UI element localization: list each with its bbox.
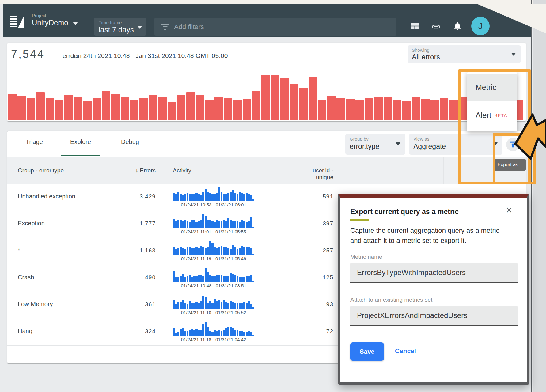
errors-histogram	[8, 70, 523, 120]
histogram-bar	[205, 100, 214, 120]
sparkline-bar	[248, 247, 250, 255]
backtrace-logo[interactable]	[9, 15, 25, 29]
tab-explore[interactable]: Explore	[61, 138, 100, 145]
cancel-button[interactable]: Cancel	[395, 347, 416, 355]
col-header-errors[interactable]: ↓ Errors	[118, 167, 156, 174]
sparkline-bar	[184, 331, 186, 336]
sparkline-bar	[241, 246, 243, 255]
sparkline-bar	[180, 302, 181, 309]
timeframe-selector[interactable]: Time frame last 7 days	[94, 18, 146, 36]
sparkline-bar	[200, 246, 202, 255]
errors-cell: 324	[118, 328, 156, 335]
errors-cell: 1,163	[118, 247, 156, 254]
histogram-bar	[36, 92, 45, 120]
sparkline-bar	[195, 222, 197, 228]
histogram-bar	[130, 100, 138, 120]
sparkline-bar	[193, 303, 195, 309]
sparkline-bar	[248, 331, 250, 336]
save-button[interactable]: Save	[350, 342, 384, 361]
histogram-bar	[355, 100, 364, 120]
sparkline-bar	[223, 300, 225, 309]
sparkline-bar	[227, 218, 229, 228]
col-header-activity[interactable]: Activity	[173, 167, 191, 174]
sparkline-bar	[223, 194, 225, 201]
view-as-selector[interactable]: View as Aggregate	[409, 134, 502, 155]
sparkline-bar	[205, 297, 207, 309]
sparkline-bar	[200, 301, 202, 309]
sparkline-bar	[175, 249, 177, 255]
sparkline-bar	[221, 246, 222, 255]
filters-bar[interactable]	[154, 18, 396, 36]
tab-debug[interactable]: Debug	[111, 138, 149, 145]
sparkline-bar	[184, 194, 186, 201]
sparkline-bar	[200, 330, 202, 336]
sparkline-bar	[239, 303, 241, 309]
histogram-bar	[449, 100, 458, 120]
sparkline-bar	[223, 330, 225, 336]
filters-input[interactable]	[173, 18, 389, 36]
activity-sparkline	[173, 268, 254, 282]
sparkline-bar	[252, 335, 254, 336]
histogram-bar	[261, 75, 270, 120]
sparkline-bar	[182, 248, 184, 255]
sparkline-bar	[209, 301, 211, 309]
sparkline-bar	[189, 194, 191, 201]
users-cell: 93	[295, 301, 333, 308]
sparkline-bar	[193, 330, 195, 336]
top-navbar: Project UnityDemo Time frame last 7 days	[3, 4, 531, 37]
sparkline-bar	[202, 192, 204, 201]
link-icon[interactable]	[431, 22, 441, 31]
sparkline-bar	[237, 194, 238, 201]
sparkline-bar	[187, 221, 188, 228]
avatar[interactable]: J	[471, 17, 490, 35]
project-selector[interactable]: UnityDemo	[32, 18, 68, 27]
col-header-group[interactable]: Group - error.type	[18, 167, 64, 174]
histogram-bar	[186, 92, 195, 120]
sparkline-bar	[187, 276, 188, 282]
sparkline-bar	[230, 249, 232, 255]
attach-set-field[interactable]	[350, 306, 518, 326]
users-cell: 591	[295, 193, 333, 200]
sparkline-bar	[198, 303, 200, 309]
sparkline-bar	[234, 303, 236, 309]
sparkline-bar	[252, 254, 254, 255]
date-range: Jan 24th 2021 10:48 - Jan 31st 2021 10:4…	[71, 52, 228, 59]
sparkline-bar	[250, 275, 252, 282]
menu-item-metric[interactable]: Metric	[467, 74, 517, 101]
annotation-arrow-icon	[506, 101, 546, 167]
sparkline-bar	[230, 192, 232, 201]
histogram-bar	[280, 78, 289, 120]
sparkline-bar	[221, 192, 222, 201]
sparkline-bar	[193, 248, 195, 255]
sparkline-bar	[221, 221, 222, 228]
col-header-users[interactable]: user.id - unique	[295, 167, 333, 181]
dashboard-icon[interactable]	[411, 21, 420, 31]
project-caret-icon[interactable]	[73, 22, 78, 25]
sparkline-bar	[198, 194, 200, 201]
sparkline-bar	[216, 275, 218, 282]
sparkline-bar	[218, 330, 220, 336]
sparkline-bar	[246, 193, 248, 201]
sparkline-bar	[248, 301, 250, 309]
sparkline-bar	[195, 329, 197, 336]
histogram-bar	[64, 95, 73, 120]
group-by-selector[interactable]: Group by error.type	[345, 134, 405, 155]
histogram-bar	[83, 101, 92, 120]
sparkline-bar	[211, 276, 213, 282]
sparkline-bar	[214, 330, 216, 336]
showing-selector[interactable]: Showing All errors	[408, 45, 521, 63]
tab-triage[interactable]: Triage	[16, 138, 53, 145]
sparkline-bar	[214, 276, 216, 282]
sparkline-bar	[246, 303, 248, 309]
sparkline-bar	[246, 247, 248, 255]
activity-sparkline	[173, 187, 254, 201]
metric-name-field[interactable]	[350, 263, 518, 283]
view-as-value: Aggregate	[413, 142, 446, 151]
close-icon[interactable]: ×	[506, 205, 512, 216]
sparkline-bar	[182, 221, 184, 228]
sparkline-bar	[246, 222, 248, 228]
sparkline-bar	[184, 303, 186, 309]
sparkline-bar	[205, 189, 207, 201]
bell-icon[interactable]	[453, 21, 462, 31]
sparkline-bar	[214, 247, 216, 255]
